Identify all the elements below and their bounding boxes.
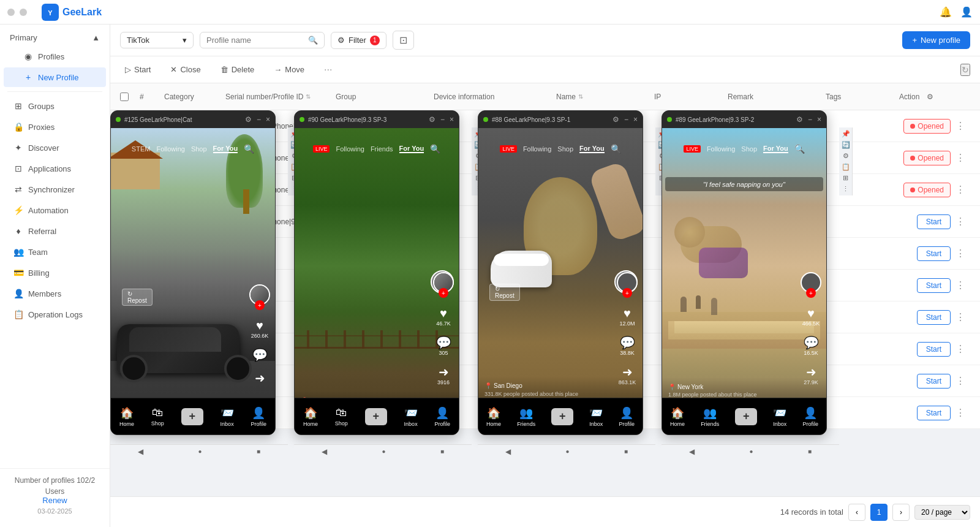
side-btn-4e[interactable]: ⊞	[843, 174, 848, 182]
more-action-button[interactable]: ···	[319, 62, 337, 78]
maximize-button[interactable]	[20, 9, 27, 16]
row-more-6[interactable]: ⋮	[956, 279, 965, 291]
phone-settings-4[interactable]: ⚙	[796, 115, 803, 124]
sidebar-item-members[interactable]: 👤 Members	[4, 284, 106, 303]
row-more-2[interactable]: ⋮	[956, 152, 965, 164]
search-input[interactable]	[206, 36, 304, 45]
row-more-1[interactable]: ⋮	[956, 120, 965, 132]
row-more-9[interactable]: ⋮	[956, 375, 965, 387]
prev-page-button[interactable]: ‹	[848, 504, 865, 521]
sidebar-item-groups[interactable]: ⊞ Groups	[4, 96, 106, 116]
phone-minimize-3[interactable]: −	[624, 115, 628, 124]
filter-button[interactable]: ⚙ Filter 1	[331, 32, 386, 49]
start-btn-10[interactable]: Start	[917, 406, 951, 420]
nav-profile-4[interactable]: 👤Profile	[802, 406, 818, 427]
sidebar-item-operation-logs[interactable]: 📋 Operation Logs	[4, 305, 106, 324]
sidebar-item-automation[interactable]: ⚡ Automation	[4, 200, 106, 220]
sidebar-item-discover[interactable]: ✦ Discover	[4, 138, 106, 157]
bottom-btn-4a[interactable]: ◀	[689, 447, 695, 456]
sidebar-item-profiles[interactable]: ◉ Profiles	[4, 47, 106, 66]
start-btn-9[interactable]: Start	[917, 374, 951, 389]
nav-inbox-1[interactable]: 📨 Inbox	[221, 406, 234, 427]
nav-inbox-3[interactable]: 📨Inbox	[589, 406, 603, 427]
phone-window-3[interactable]: #88 GeeLarkPhone|9.3 SP-1 ⚙ − ×	[478, 110, 655, 444]
phone-minimize-4[interactable]: −	[808, 115, 812, 124]
bottom-btn-3c[interactable]: ■	[624, 448, 628, 455]
repost-btn-1[interactable]: ↻ Repost	[122, 289, 153, 306]
nav-profile-3[interactable]: 👤Profile	[619, 406, 635, 427]
bottom-btn-4c[interactable]: ■	[808, 448, 812, 455]
nav-plus-3[interactable]: +	[551, 408, 573, 425]
notifications-button[interactable]: 🔔	[940, 6, 952, 18]
start-btn-8[interactable]: Start	[917, 342, 951, 357]
refresh-button[interactable]: ↻	[960, 64, 970, 76]
row-more-7[interactable]: ⋮	[956, 311, 965, 323]
next-page-button[interactable]: ›	[892, 504, 910, 521]
nav-plus-4[interactable]: +	[735, 408, 757, 425]
delete-action-button[interactable]: 🗑 Delete	[216, 63, 260, 77]
side-btn-4f[interactable]: ⋮	[842, 185, 849, 193]
new-profile-button[interactable]: + New profile	[902, 31, 970, 49]
sidebar-item-applications[interactable]: ⊡ Applications	[4, 159, 106, 178]
phone-close-1[interactable]: ×	[266, 115, 270, 124]
primary-section-header[interactable]: Primary ▲	[0, 29, 110, 46]
th-serial[interactable]: Serial number/Profile ID ⇅	[225, 93, 336, 101]
bottom-btn-3b[interactable]: ●	[565, 448, 569, 455]
export-button[interactable]: ⊡	[393, 31, 414, 50]
nav-home-3[interactable]: 🏠Home	[486, 406, 501, 427]
nav-friends-3[interactable]: 👥Friends	[517, 406, 535, 427]
phone-settings-2[interactable]: ⚙	[429, 115, 435, 124]
bottom-btn-1b[interactable]: ●	[198, 448, 202, 455]
account-button[interactable]: 👤	[960, 6, 973, 18]
nav-home-1[interactable]: 🏠 Home	[119, 406, 134, 427]
platform-select[interactable]: TikTok ▾	[120, 32, 194, 48]
row-more-5[interactable]: ⋮	[956, 248, 965, 259]
nav-inbox-2[interactable]: 📨Inbox	[404, 406, 418, 427]
bottom-btn-3a[interactable]: ◀	[505, 447, 511, 456]
side-btn-4d[interactable]: 📋	[842, 163, 850, 171]
side-btn-4c[interactable]: ⚙	[843, 152, 849, 160]
nav-plus-1[interactable]: +	[181, 408, 203, 425]
start-btn-4[interactable]: Start	[917, 214, 951, 229]
row-more-3[interactable]: ⋮	[956, 184, 965, 195]
bottom-btn-2a[interactable]: ◀	[322, 447, 327, 456]
nav-inbox-4[interactable]: 📨Inbox	[773, 406, 786, 427]
phone-window-4[interactable]: #89 GeeLarkPhone|9.3 SP-2 ⚙ − ×	[662, 110, 839, 444]
sidebar-item-billing[interactable]: 💳 Billing	[4, 263, 106, 282]
side-btn-4b[interactable]: 🔄	[842, 141, 850, 149]
renew-button[interactable]: Renew	[42, 496, 67, 505]
bottom-btn-1a[interactable]: ◀	[138, 447, 143, 456]
nav-shop-1[interactable]: 🛍 Shop	[151, 406, 164, 427]
minimize-button[interactable]	[7, 9, 15, 16]
move-action-button[interactable]: → Move	[269, 63, 309, 77]
phone-minimize-1[interactable]: −	[257, 115, 261, 124]
nav-friends-4[interactable]: 👥Friends	[701, 406, 719, 427]
nav-profile-2[interactable]: 👤Profile	[435, 406, 451, 427]
bottom-btn-1c[interactable]: ■	[257, 448, 260, 455]
nav-shop-2[interactable]: 🛍Shop	[335, 406, 348, 427]
close-action-button[interactable]: ✕ Close	[165, 63, 205, 77]
phone-close-2[interactable]: ×	[450, 115, 454, 124]
sidebar-item-synchronizer[interactable]: ⇄ Synchronizer	[4, 180, 106, 199]
start-btn-7[interactable]: Start	[917, 310, 951, 325]
side-btn-4a[interactable]: 📌	[842, 130, 850, 138]
current-page-button[interactable]: 1	[870, 504, 888, 521]
phone-window-2[interactable]: #90 GeeLarkPhone|9.3 SP-3 ⚙ − ×	[294, 110, 472, 444]
nav-profile-1[interactable]: 👤 Profile	[251, 406, 267, 427]
phone-settings-3[interactable]: ⚙	[612, 115, 619, 124]
sidebar-item-new-profile[interactable]: + New Profile	[4, 67, 106, 87]
column-settings-icon[interactable]: ⚙	[927, 93, 933, 101]
bottom-btn-2b[interactable]: ●	[382, 448, 385, 455]
start-action-button[interactable]: ▷ Start	[120, 63, 156, 77]
bottom-btn-4b[interactable]: ●	[749, 448, 753, 455]
row-more-4[interactable]: ⋮	[956, 216, 965, 227]
repost-btn-3[interactable]: ↻ Repost	[489, 284, 520, 301]
nav-plus-2[interactable]: +	[365, 408, 387, 425]
start-btn-6[interactable]: Start	[917, 278, 951, 293]
sidebar-item-referral[interactable]: ♦ Referral	[4, 221, 106, 241]
page-size-select[interactable]: 20 / page 50 / page 100 / page	[914, 505, 970, 520]
nav-home-4[interactable]: 🏠Home	[670, 406, 685, 427]
phone-settings-1[interactable]: ⚙	[245, 115, 252, 124]
phone-window-1[interactable]: #125 GeeLarkPhone|Cat ⚙ − ×	[110, 110, 288, 444]
nav-home-2[interactable]: 🏠Home	[303, 406, 318, 427]
